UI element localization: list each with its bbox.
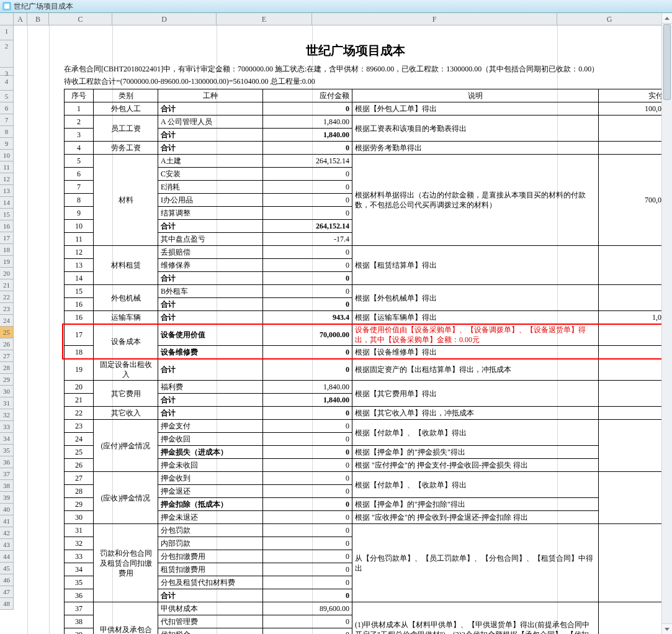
table-row[interactable]: 31罚款和分包合同及租赁合同扣缴费用分包罚款0从【分包罚款单】、【员工罚款单】、…: [65, 524, 673, 537]
row-header-36[interactable]: 36: [0, 456, 14, 468]
row-header-6[interactable]: 6: [0, 102, 14, 114]
col-header-F[interactable]: F: [312, 13, 557, 25]
cell-amount: 0: [263, 259, 352, 272]
row-header-4[interactable]: 4: [0, 76, 14, 91]
cell-seq: 34: [65, 563, 94, 576]
scroll-up-button[interactable]: [662, 13, 672, 24]
row-header-10[interactable]: 10: [0, 150, 14, 161]
cell-desc: 根据【外包机械单】得出: [352, 285, 599, 311]
table-row[interactable]: 12材料租赁丢损赔偿0根据【租赁结算单】得出0: [65, 246, 673, 259]
row-header-32[interactable]: 32: [0, 409, 14, 421]
row-header-43[interactable]: 43: [0, 539, 14, 551]
row-header-34[interactable]: 34: [0, 433, 14, 445]
row-header-18[interactable]: 18: [0, 244, 14, 256]
row-header-28[interactable]: 28: [0, 362, 14, 374]
cell-subitem: 其中盘点盈亏: [158, 233, 263, 246]
table-row[interactable]: 27(应收)押金情况押金收到0根据【付款单】、【收款单】得出: [65, 472, 673, 485]
row-header-38[interactable]: 38: [0, 480, 14, 492]
row-header-14[interactable]: 14: [0, 197, 14, 209]
table-row[interactable]: 22其它收入合计0根据【其它收入单】得出，冲抵成本0: [65, 407, 673, 420]
row-header-29[interactable]: 29: [0, 374, 14, 386]
scroll-down-button[interactable]: [662, 623, 672, 634]
table-row[interactable]: 16运输车辆合计943.4根据【运输车辆单】得出1,000.00: [65, 311, 673, 324]
row-header-2[interactable]: 2: [0, 40, 14, 68]
row-header-16[interactable]: 16: [0, 220, 14, 232]
note-line-1: 在承包合同[CBHT2018022401]中，有审计审定金额：7000000.0…: [64, 61, 647, 76]
vertical-scrollbar[interactable]: [661, 13, 672, 634]
cell-seq: 20: [65, 381, 94, 394]
row-header-47[interactable]: 47: [0, 586, 14, 598]
cell-desc: 根据劳务考勤单得出: [352, 142, 599, 155]
table-row[interactable]: 20其它费用福利费1,840.00根据【其它费用单】得出0: [65, 381, 673, 394]
col-header-E[interactable]: E: [217, 13, 312, 25]
table-row[interactable]: 5材料A土建264,152.14根据材料单据得出（右边的付款金额，是直接从本项目…: [65, 155, 673, 168]
table-row[interactable]: 37甲供材及承包合同代扣费用成本甲供材成本89,600.00(1)甲供材成本从【…: [65, 602, 673, 615]
row-header-26[interactable]: 26: [0, 338, 14, 350]
row-header-22[interactable]: 22: [0, 291, 14, 303]
cell-seq: 27: [65, 472, 94, 485]
cell-amount: -17.4: [263, 233, 352, 246]
table-row[interactable]: 23(应付)押金情况押金支付0根据【付款单】、【收款单】得出: [65, 420, 673, 433]
row-header-9[interactable]: 9: [0, 138, 14, 150]
row-header-46[interactable]: 46: [0, 574, 14, 586]
cell-category: 外包机械: [94, 285, 158, 311]
row-header-25[interactable]: 25: [0, 327, 14, 338]
cell-amount: 70,000.00: [263, 324, 352, 346]
cell-seq: 1: [65, 102, 94, 115]
cell-seq: 11: [65, 233, 94, 246]
row-header-33[interactable]: 33: [0, 421, 14, 433]
row-header-35[interactable]: 35: [0, 445, 14, 456]
table-row[interactable]: 15外包机械B外租车0根据【外包机械单】得出0: [65, 285, 673, 298]
cell-seq: 28: [65, 485, 94, 498]
row-header-1[interactable]: 1: [0, 25, 14, 40]
cell-subitem: 押金收到: [158, 472, 263, 485]
row-header-19[interactable]: 19: [0, 256, 14, 268]
scroll-thumb[interactable]: [663, 24, 671, 100]
row-header-23[interactable]: 23: [0, 303, 14, 315]
row-header-44[interactable]: 44: [0, 551, 14, 563]
cell-seq: 13: [65, 259, 94, 272]
cell-seq: 19: [65, 359, 94, 381]
table-row[interactable]: 19固定设备出租收入合计0根据固定资产的【出租结算单】得出，冲抵成本0: [65, 359, 673, 381]
row-header-27[interactable]: 27: [0, 350, 14, 362]
row-header-8[interactable]: 8: [0, 126, 14, 138]
cell-amount: 0: [263, 550, 352, 563]
row-header-40[interactable]: 40: [0, 504, 14, 515]
col-header-C[interactable]: C: [49, 13, 112, 25]
row-header-21[interactable]: 21: [0, 279, 14, 291]
row-header-48[interactable]: 48: [0, 598, 14, 610]
cell-amount: 0: [263, 194, 352, 207]
col-header-D[interactable]: D: [112, 13, 217, 25]
row-header-15[interactable]: 15: [0, 209, 14, 220]
cell-seq: 16: [65, 298, 94, 311]
cell-category: 材料租赁: [94, 246, 158, 285]
grid-area: 世纪广场项目成本 在承包合同[CBHT2018022401]中，有审计审定金额：…: [14, 25, 672, 634]
row-header-12[interactable]: 12: [0, 173, 14, 185]
row-header-45[interactable]: 45: [0, 563, 14, 574]
col-header-G[interactable]: G: [557, 13, 662, 25]
table-row[interactable]: 17设备成本设备使用价值70,000.00设备使用价值由【设备采购单】、【设备调…: [65, 324, 673, 346]
row-header-13[interactable]: 13: [0, 185, 14, 197]
row-header-37[interactable]: 37: [0, 468, 14, 480]
row-header-30[interactable]: 30: [0, 386, 14, 397]
row-header-20[interactable]: 20: [0, 268, 14, 279]
col-header-B[interactable]: B: [27, 13, 49, 25]
row-header-39[interactable]: 39: [0, 492, 14, 504]
row-header-11[interactable]: 11: [0, 161, 14, 173]
th-sub: 工种: [158, 89, 263, 102]
row-header-7[interactable]: 7: [0, 114, 14, 126]
table-row[interactable]: 4劳务工资合计0根据劳务考勤单得出: [65, 142, 673, 155]
select-all-corner[interactable]: [0, 13, 14, 25]
row-header-17[interactable]: 17: [0, 232, 14, 244]
row-header-41[interactable]: 41: [0, 515, 14, 527]
row-header-5[interactable]: 5: [0, 91, 14, 102]
table-row[interactable]: 1外包人工合计0根据【外包人工单】得出100,000.00: [65, 102, 673, 115]
row-header-3[interactable]: 3: [0, 68, 14, 76]
cell-subitem: 合计: [158, 298, 263, 311]
row-header-24[interactable]: 24: [0, 315, 14, 327]
cell-amount: 1,840.00: [263, 129, 352, 142]
row-header-31[interactable]: 31: [0, 397, 14, 409]
col-header-A[interactable]: A: [14, 13, 27, 25]
row-header-42[interactable]: 42: [0, 527, 14, 539]
table-row[interactable]: 2员工工资A 公司管理人员1,840.00根据工资表和该项目的考勤表得出0: [65, 115, 673, 129]
